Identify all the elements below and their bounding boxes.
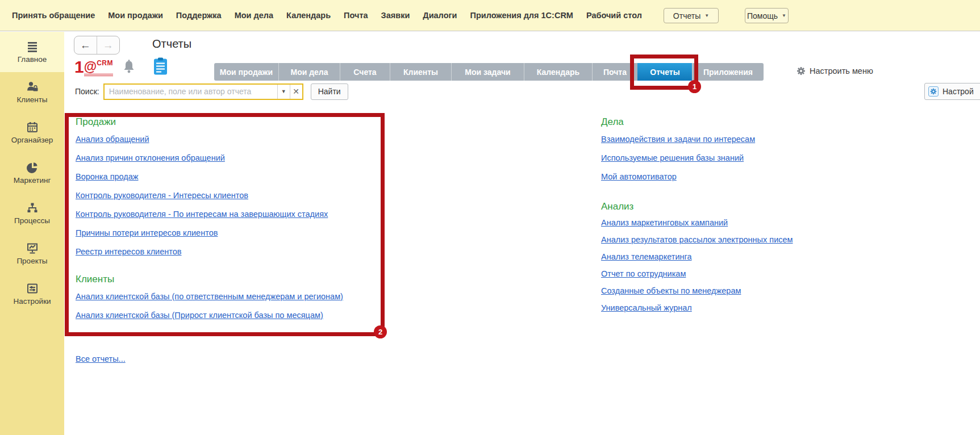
help-dropdown-button[interactable]: Помощь ▼ — [745, 8, 789, 23]
find-button[interactable]: Найти — [311, 83, 348, 100]
sidebar-item-projects[interactable]: Проекты — [0, 233, 64, 274]
tab-my-affairs[interactable]: Мои дела — [278, 63, 340, 81]
reports-column-left: Продажи Анализ обращенийАнализ причин от… — [76, 115, 382, 324]
report-link[interactable]: Причины потери интересов клиентов — [76, 228, 218, 237]
report-link[interactable]: Анализ обращений — [76, 135, 149, 144]
chevron-down-icon: ▼ — [782, 13, 786, 18]
hierarchy-icon — [26, 202, 39, 214]
report-link[interactable]: Контроль руководителя - По интересам на … — [76, 210, 328, 219]
report-link[interactable]: Универсальный журнал — [601, 303, 692, 312]
tab-clients[interactable]: Клиенты — [390, 63, 451, 81]
tab-reports-active[interactable]: Отчеты 1 — [637, 63, 692, 81]
back-button[interactable]: ← — [74, 36, 97, 54]
sidebar-item-label: Проекты — [16, 257, 47, 265]
tab-calendar[interactable]: Календарь — [524, 63, 592, 81]
top-menu-item[interactable]: Приложения для 1С:CRM — [470, 11, 573, 20]
section-heading: Продажи — [76, 115, 382, 129]
report-link[interactable]: Анализ причин отклонения обращений — [76, 153, 225, 162]
top-menu-item[interactable]: Мои дела — [235, 11, 273, 20]
report-link-row: Мой автомотиватор — [601, 167, 851, 186]
sidebar-item-organizer[interactable]: Органайзер — [0, 112, 64, 153]
notifications-bell-icon[interactable] — [122, 58, 136, 77]
report-link[interactable]: Контроль руководителя - Интересы клиенто… — [76, 191, 248, 200]
search-dropdown-arrow[interactable]: ▼ — [277, 85, 290, 99]
report-link[interactable]: Отчет по сотрудникам — [601, 269, 686, 278]
sidebar-item-label: Настройки — [13, 297, 51, 306]
report-link-row: Отчет по сотрудникам — [601, 265, 851, 282]
report-link-row: Анализ клиентской базы (по ответственным… — [76, 287, 382, 306]
report-link-row: Анализ результатов рассылок электронных … — [601, 231, 851, 248]
tab-mail[interactable]: Почта — [592, 63, 637, 81]
reports-dropdown-button[interactable]: Отчеты ▼ — [664, 8, 719, 23]
calendar-icon — [26, 121, 39, 133]
tab-my-tasks[interactable]: Мои задачи — [451, 63, 524, 81]
top-menu-item[interactable]: Рабочий стол — [586, 11, 642, 20]
top-menu-item[interactable]: Мои продажи — [108, 11, 163, 20]
report-link[interactable]: Мой автомотиватор — [601, 172, 677, 181]
report-link[interactable]: Анализ клиентской базы (по ответственным… — [76, 292, 343, 301]
presentation-chart-icon — [26, 242, 39, 254]
tab-invoices[interactable]: Счета — [340, 63, 390, 81]
chevron-down-icon: ▼ — [704, 13, 709, 18]
report-settings-button[interactable]: Настрой — [924, 83, 980, 100]
section-affairs: Дела Взаимодействия и задачи по интереса… — [601, 115, 851, 186]
sidebar-item-processes[interactable]: Процессы — [0, 193, 64, 233]
sidebar-item-marketing[interactable]: Маркетинг — [0, 153, 64, 193]
report-link[interactable]: Анализ маркетинговых кампаний — [601, 218, 728, 227]
help-dropdown-label: Помощь — [747, 11, 778, 20]
forward-button[interactable]: → — [97, 36, 120, 54]
sidebar-item-main[interactable]: Главное — [0, 32, 64, 72]
search-input[interactable] — [105, 85, 277, 99]
configure-menu-label: Настроить меню — [810, 66, 873, 76]
top-menu-item[interactable]: Поддержка — [176, 11, 222, 20]
report-link[interactable]: Взаимодействия и задачи по интересам — [601, 135, 755, 144]
sidebar-item-settings[interactable]: Настройки — [0, 274, 64, 314]
report-link-row: Анализ телемаркетинга — [601, 248, 851, 265]
gear-icon — [796, 66, 806, 76]
search-clear-icon[interactable]: ✕ — [290, 85, 302, 99]
top-menu-item[interactable]: Календарь — [286, 11, 331, 20]
report-link[interactable]: Анализ результатов рассылок электронных … — [601, 235, 793, 244]
top-menu-item[interactable]: Заявки — [381, 11, 410, 20]
report-settings-label: Настрой — [943, 87, 974, 96]
section-heading: Дела — [601, 115, 851, 129]
report-link[interactable]: Анализ клиентской базы (Прирост клиентск… — [76, 311, 323, 320]
report-link[interactable]: Используемые решения базы знаний — [601, 153, 744, 162]
tab-applications[interactable]: Приложения — [692, 63, 764, 81]
search-label: Поиск: — [75, 87, 99, 96]
top-menu-bar: Принять обращениеМои продажиПоддержкаМои… — [0, 0, 980, 31]
report-link-row: Контроль руководителя - Интересы клиенто… — [76, 186, 382, 204]
report-link-row: Анализ маркетинговых кампаний — [601, 214, 851, 231]
tab-my-sales[interactable]: Мои продажи — [214, 63, 278, 81]
reports-dropdown-label: Отчеты — [673, 11, 700, 20]
all-reports-row: Все отчеты... — [76, 350, 126, 367]
section-tab-bar: Мои продажи Мои дела Счета Клиенты Мои з… — [214, 63, 764, 81]
left-sidebar: Главное Клиенты Органайзер Маркетинг Про… — [0, 32, 64, 435]
report-link-row: Контроль руководителя - По интересам на … — [76, 204, 382, 223]
sidebar-item-label: Маркетинг — [14, 176, 51, 185]
sidebar-item-label: Главное — [18, 55, 47, 64]
top-menu-item[interactable]: Принять обращение — [12, 11, 95, 20]
report-link[interactable]: Созданные объекты по менеджерам — [601, 286, 741, 295]
blue-gear-icon — [928, 86, 939, 97]
clipboard-tasks-icon[interactable] — [153, 57, 168, 77]
report-link[interactable]: Реестр интересов клиентов — [76, 247, 182, 256]
report-link[interactable]: Анализ телемаркетинга — [601, 252, 692, 261]
logo-at: @ — [84, 60, 97, 73]
top-menu-item[interactable]: Почта — [344, 11, 368, 20]
pie-chart-icon — [26, 161, 39, 174]
report-link-row: Причины потери интересов клиентов — [76, 223, 382, 242]
top-menu-item[interactable]: Диалоги — [423, 11, 457, 20]
section-analysis: Анализ Анализ маркетинговых кампанийАнал… — [601, 199, 851, 316]
all-reports-link[interactable]: Все отчеты... — [76, 354, 126, 363]
configure-menu-button[interactable]: Настроить меню — [796, 66, 873, 76]
logo-one: 1 — [74, 58, 84, 76]
report-link-row: Анализ причин отклонения обращений — [76, 148, 382, 167]
report-link-row: Анализ обращений — [76, 129, 382, 148]
annotation-badge-2: 2 — [374, 325, 387, 338]
tab-reports-label: Отчеты — [650, 68, 679, 77]
sidebar-item-clients[interactable]: Клиенты — [0, 72, 64, 112]
report-link[interactable]: Воронка продаж — [76, 172, 139, 181]
reports-column-right: Дела Взаимодействия и задачи по интереса… — [601, 115, 851, 316]
section-sales: Продажи Анализ обращенийАнализ причин от… — [76, 115, 382, 261]
